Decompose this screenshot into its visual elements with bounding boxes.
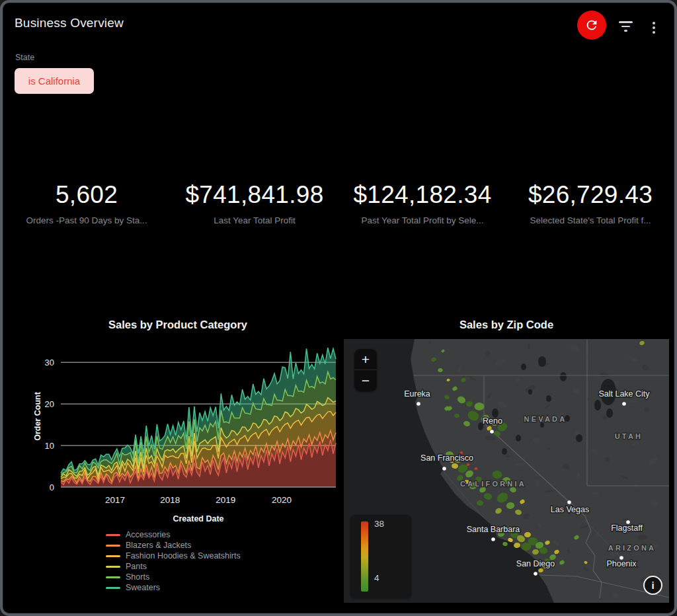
city-label: Phoenix (606, 559, 637, 568)
city-dot (490, 430, 494, 434)
legend-label: Pants (126, 562, 147, 571)
x-tick-label: 2017 (105, 495, 125, 505)
kpi-label: Orders -Past 90 Days by Sta... (3, 215, 171, 225)
refresh-button[interactable] (577, 11, 606, 40)
city-dot (534, 572, 538, 576)
page-title: Business Overview (15, 16, 124, 30)
x-tick-label: 2019 (216, 495, 235, 505)
legend-label: Sweaters (126, 583, 160, 592)
legend-swatch (106, 576, 120, 578)
state-label: UTAH (615, 432, 643, 440)
legend-swatch (106, 534, 120, 536)
city-dot (491, 537, 495, 541)
info-icon[interactable]: i (643, 576, 662, 595)
state-label: CALIFORNIA (460, 480, 526, 488)
x-tick-label: 2018 (160, 495, 180, 505)
filter-icon[interactable] (617, 20, 634, 36)
legend-label: Shorts (126, 572, 149, 582)
y-tick-label: 0 (50, 482, 54, 492)
kpi-orders: 5,602 Orders -Past 90 Days by Sta... (3, 181, 171, 225)
x-tick-label: 2020 (272, 495, 292, 505)
city-dot (567, 500, 571, 504)
legend-item[interactable]: Pants (106, 561, 241, 572)
kpi-label: Selected State's Total Profit f... (506, 215, 674, 225)
lake-shape (560, 372, 567, 381)
legend-swatch (106, 555, 120, 557)
legend-swatch (106, 566, 120, 568)
chart-legend: AccessoriesBlazers & JacketsFashion Hood… (106, 529, 241, 593)
dashboard-window: Business Overview State is California 5,… (0, 0, 677, 616)
legend-item[interactable]: Blazers & Jackets (106, 540, 241, 551)
state-label: ARIZONA (608, 544, 657, 552)
lake-shape (576, 434, 582, 442)
legend-label: Blazers & Jackets (126, 541, 191, 550)
area-chart-title: Sales by Product Category (26, 319, 329, 331)
kpi-past-year-profit: $124,182.34 Past Year Total Profit by Se… (338, 181, 506, 225)
city-label: San Diego (516, 559, 555, 568)
filter-field-label: State (15, 53, 34, 62)
kpi-label: Last Year Total Profit (171, 215, 338, 225)
y-tick-label: 30 (45, 358, 54, 367)
state-filter-chip[interactable]: is California (15, 68, 94, 94)
lake-shape (546, 395, 551, 402)
kpi-value: $124,182.34 (338, 181, 506, 209)
zip-region[interactable] (475, 403, 485, 410)
legend-item[interactable]: Shorts (106, 572, 241, 582)
city-dot (417, 402, 420, 406)
city-label: Reno (483, 416, 502, 426)
legend-item[interactable]: Sweaters (106, 582, 241, 593)
kpi-value: 5,602 (3, 181, 171, 209)
legend-swatch (106, 587, 120, 589)
kpi-row: 5,602 Orders -Past 90 Days by Sta... $74… (3, 181, 674, 225)
state-label: NEVADA (524, 415, 567, 423)
legend-item[interactable]: Fashion Hoodies & Sweatshirts (106, 551, 241, 561)
lake-shape (516, 435, 521, 442)
legend-item[interactable]: Accessories (106, 529, 241, 540)
color-scale-gradient (361, 521, 368, 592)
kpi-state-profit: $26,729.43 Selected State's Total Profit… (506, 181, 674, 225)
city-label: Las Vegas (551, 505, 589, 514)
sales-by-category-chart[interactable]: 01020302017201820192020Order CountCreate… (32, 338, 342, 521)
city-label: Eureka (404, 389, 430, 399)
city-dot (622, 402, 626, 406)
more-options-icon[interactable] (648, 19, 660, 36)
city-label: San Francisco (420, 453, 473, 463)
kpi-last-year-profit: $741,841.98 Last Year Total Profit (171, 181, 338, 225)
color-scale-max: 38 (374, 519, 384, 529)
legend-swatch (106, 545, 120, 547)
zoom-out-button[interactable]: − (354, 370, 377, 391)
color-scale-legend: 38 4 (350, 515, 411, 598)
lake-shape (538, 356, 546, 367)
city-label: Santa Barbara (467, 525, 520, 534)
map-zoom-controls: + − (354, 349, 377, 391)
y-tick-label: 20 (45, 399, 54, 409)
lake-shape (502, 448, 507, 455)
legend-label: Accessories (126, 530, 170, 539)
lake-shape (606, 408, 613, 418)
kpi-label: Past Year Total Profit by Sele... (338, 215, 506, 225)
lake-shape (521, 364, 526, 370)
zoom-in-button[interactable]: + (354, 349, 377, 370)
sales-by-zip-map[interactable]: NEVADAUTAHCALIFORNIAARIZONAEurekaSalt La… (344, 339, 669, 603)
kpi-value: $26,729.43 (506, 181, 674, 209)
y-tick-label: 10 (45, 441, 54, 451)
refresh-icon (584, 18, 599, 32)
lake-shape (540, 422, 544, 428)
lake-shape (528, 389, 532, 395)
map-title: Sales by Zip Code (344, 319, 669, 331)
city-label: Flagstaff (611, 523, 643, 533)
y-axis-title: Order Count (33, 391, 42, 440)
city-dot (442, 467, 446, 471)
x-axis-title: Created Date (173, 514, 223, 521)
kpi-value: $741,841.98 (171, 181, 338, 209)
city-label: Salt Lake City (598, 389, 650, 399)
color-scale-min: 4 (374, 573, 379, 583)
lake-shape (594, 400, 601, 410)
legend-label: Fashion Hoodies & Sweatshirts (126, 551, 241, 560)
